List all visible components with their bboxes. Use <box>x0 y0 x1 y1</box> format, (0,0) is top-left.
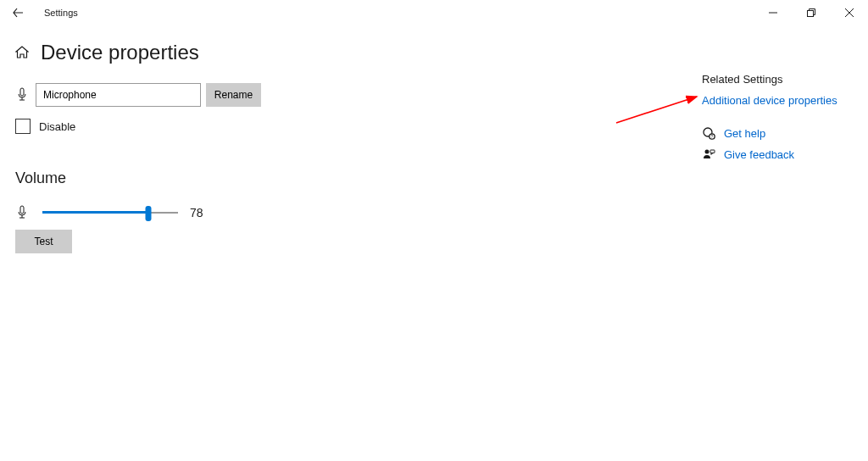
slider-thumb[interactable] <box>145 206 151 221</box>
rename-button[interactable]: Rename <box>206 83 261 107</box>
related-settings-header: Related Settings <box>702 73 868 86</box>
back-arrow-icon <box>13 8 23 18</box>
microphone-icon <box>17 87 27 103</box>
disable-row: Disable <box>15 119 676 134</box>
close-icon <box>845 8 854 17</box>
disable-label: Disable <box>39 120 75 133</box>
additional-device-properties-link[interactable]: Additional device properties <box>702 94 868 107</box>
svg-point-13 <box>704 150 709 154</box>
volume-value: 78 <box>190 206 203 219</box>
test-button[interactable]: Test <box>15 230 72 253</box>
get-help-row: ? Get help <box>702 127 868 140</box>
volume-slider[interactable] <box>42 204 178 221</box>
volume-row: 78 <box>15 204 676 221</box>
volume-header: Volume <box>15 169 676 187</box>
page-header: Device properties <box>15 41 676 64</box>
device-name-input[interactable] <box>36 83 201 107</box>
maximize-icon <box>807 8 815 17</box>
get-help-link[interactable]: Get help <box>724 127 765 140</box>
microphone-icon <box>17 205 27 220</box>
maximize-button[interactable] <box>792 0 830 25</box>
feedback-icon <box>703 148 715 161</box>
related-settings-panel: Related Settings Additional device prope… <box>676 25 868 253</box>
back-button[interactable] <box>5 0 31 25</box>
slider-fill <box>42 211 148 214</box>
give-feedback-link[interactable]: Give feedback <box>724 148 794 161</box>
svg-rect-4 <box>20 88 24 96</box>
close-button[interactable] <box>830 0 868 25</box>
titlebar: Settings <box>0 0 868 25</box>
help-icon: ? <box>703 127 715 140</box>
minimize-button[interactable] <box>754 0 792 25</box>
minimize-icon <box>769 8 777 17</box>
device-name-row: Rename <box>15 83 676 107</box>
page-title: Device properties <box>41 41 199 64</box>
give-feedback-row: Give feedback <box>702 148 868 161</box>
svg-rect-14 <box>710 150 715 153</box>
svg-rect-1 <box>807 11 813 17</box>
home-icon[interactable] <box>15 46 29 59</box>
svg-text:?: ? <box>710 134 713 139</box>
disable-checkbox[interactable] <box>15 119 31 134</box>
svg-rect-7 <box>20 206 24 214</box>
window-title: Settings <box>44 8 78 18</box>
